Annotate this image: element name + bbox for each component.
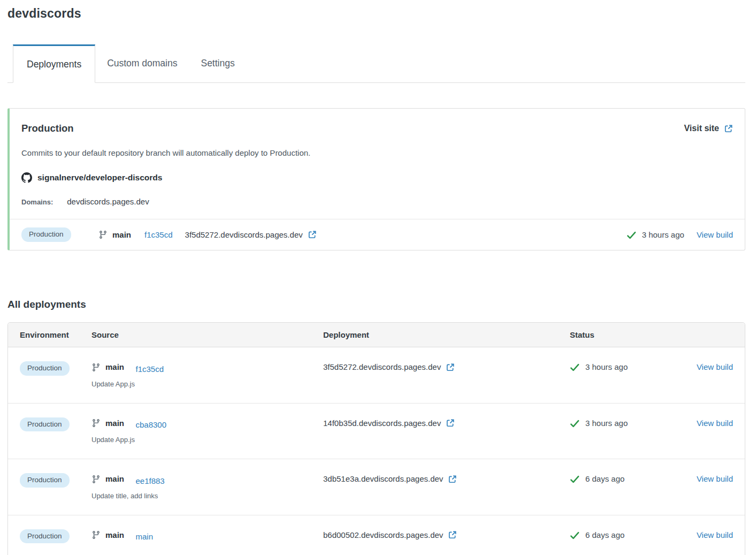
production-description: Commits to your default repository branc…: [21, 148, 733, 157]
commit-message: Update App.js: [91, 378, 323, 390]
branch-name: main: [105, 417, 124, 429]
tab-custom-domains[interactable]: Custom domains: [95, 44, 189, 82]
status-time: 3 hours ago: [585, 417, 628, 429]
production-deployment-row: Production main f1c35cd 3f5d5272.devdisc…: [10, 219, 745, 250]
view-build-link[interactable]: View build: [697, 530, 733, 539]
check-icon: [627, 230, 636, 240]
deployment-status: 3 hours ago: [570, 417, 628, 429]
commit-link[interactable]: cba8300: [135, 420, 166, 429]
status-time: 3 hours ago: [585, 361, 628, 373]
production-card-title: Production: [21, 123, 74, 134]
deployment-row: Production main cba8300 Update App.js 14…: [8, 404, 745, 460]
environment-badge: Production: [20, 417, 70, 432]
tab-bar: Deployments Custom domains Settings: [7, 44, 745, 83]
external-link-icon[interactable]: [308, 230, 317, 239]
external-link-icon[interactable]: [448, 530, 457, 539]
deployment-url-group: 3f5d5272.devdiscords.pages.dev: [185, 230, 317, 239]
visit-site-link[interactable]: Visit site: [684, 124, 733, 133]
deployment-url: 3f5d5272.devdiscords.pages.dev: [323, 361, 441, 373]
deployment-status: 3 hours ago: [570, 361, 628, 373]
domains-value: devdiscords.pages.dev: [67, 197, 149, 206]
check-icon: [570, 419, 579, 428]
column-header-status: Status: [570, 330, 687, 339]
environment-badge: Production: [20, 473, 70, 488]
external-link-icon[interactable]: [448, 475, 457, 484]
branch-group: main: [91, 417, 124, 429]
status-time: 6 days ago: [585, 529, 624, 541]
column-header-source: Source: [91, 330, 323, 339]
deployment-row: Production main f1c35cd Update App.js 3f…: [8, 347, 745, 404]
deployment-status: 6 days ago: [570, 529, 624, 541]
view-build-link[interactable]: View build: [697, 474, 733, 483]
git-branch-icon: [98, 230, 108, 239]
deployment-url: 3f5d5272.devdiscords.pages.dev: [185, 230, 303, 239]
visit-site-label: Visit site: [684, 124, 719, 133]
check-icon: [570, 362, 579, 372]
deployment-row: Production main main b6d00502.devdiscord…: [8, 515, 745, 555]
git-branch-icon: [91, 363, 101, 372]
deployment-url: b6d00502.devdiscords.pages.dev: [323, 529, 443, 541]
deployment-url-group: b6d00502.devdiscords.pages.dev: [323, 529, 457, 541]
branch-group: main: [91, 529, 124, 541]
status-time: 3 hours ago: [642, 230, 684, 239]
external-link-icon[interactable]: [446, 419, 455, 428]
branch-name: main: [105, 473, 124, 485]
pages-project-page: devdiscords Deployments Custom domains S…: [0, 0, 756, 555]
view-build-link[interactable]: View build: [697, 230, 733, 239]
check-icon: [570, 530, 579, 540]
column-header-environment: Environment: [20, 330, 91, 339]
commit-link[interactable]: ee1f883: [135, 476, 164, 485]
deployment-status: 6 days ago: [570, 473, 624, 485]
commit-link[interactable]: f1c35cd: [144, 230, 173, 239]
environment-badge: Production: [21, 227, 71, 242]
tab-deployments[interactable]: Deployments: [13, 44, 95, 83]
table-body: Production main f1c35cd Update App.js 3f…: [8, 347, 745, 555]
all-deployments-title: All deployments: [7, 299, 745, 310]
repository-line: signalnerve/developer-discords: [21, 172, 733, 183]
deployment-status: 3 hours ago: [627, 230, 684, 240]
view-build-link[interactable]: View build: [697, 419, 733, 428]
deployment-url-group: 3f5d5272.devdiscords.pages.dev: [323, 361, 455, 373]
production-card: Production Visit site Commits to your de…: [7, 108, 745, 250]
deployment-url-group: 3db51e3a.devdiscords.pages.dev: [323, 473, 457, 485]
column-header-deployment: Deployment: [323, 330, 570, 339]
branch-group: main: [91, 473, 124, 485]
repository-name: signalnerve/developer-discords: [37, 173, 162, 183]
tab-settings[interactable]: Settings: [189, 44, 246, 82]
external-link-icon[interactable]: [446, 363, 455, 372]
view-build-link[interactable]: View build: [697, 362, 733, 371]
environment-badge: Production: [20, 361, 70, 376]
branch-name: main: [105, 361, 124, 373]
git-branch-icon: [91, 530, 101, 539]
check-icon: [570, 474, 579, 484]
git-branch-icon: [91, 419, 101, 428]
table-header-row: Environment Source Deployment Status: [8, 323, 745, 347]
branch-name: main: [105, 529, 124, 541]
commit-message: Update title, add links: [91, 490, 323, 502]
commit-link[interactable]: f1c35cd: [135, 364, 164, 374]
deployments-table: Environment Source Deployment Status Pro…: [7, 322, 745, 555]
deployment-row: Production main ee1f883 Update title, ad…: [8, 459, 745, 515]
commit-link[interactable]: main: [135, 532, 153, 541]
external-link-icon: [724, 124, 733, 133]
commit-message: Update App.js: [91, 434, 323, 446]
page-title: devdiscords: [7, 6, 745, 21]
branch-name: main: [112, 230, 131, 239]
github-icon: [21, 172, 32, 183]
deployment-url: 3db51e3a.devdiscords.pages.dev: [323, 473, 443, 485]
domains-line: Domains: devdiscords.pages.dev: [21, 197, 733, 206]
deployment-url: 14f0b35d.devdiscords.pages.dev: [323, 417, 441, 429]
status-time: 6 days ago: [585, 473, 624, 485]
deployment-url-group: 14f0b35d.devdiscords.pages.dev: [323, 417, 455, 429]
environment-badge: Production: [20, 529, 70, 544]
branch-group: main: [91, 361, 124, 373]
git-branch-icon: [91, 475, 101, 484]
domains-label: Domains:: [21, 198, 53, 206]
branch-group: main: [98, 230, 131, 239]
